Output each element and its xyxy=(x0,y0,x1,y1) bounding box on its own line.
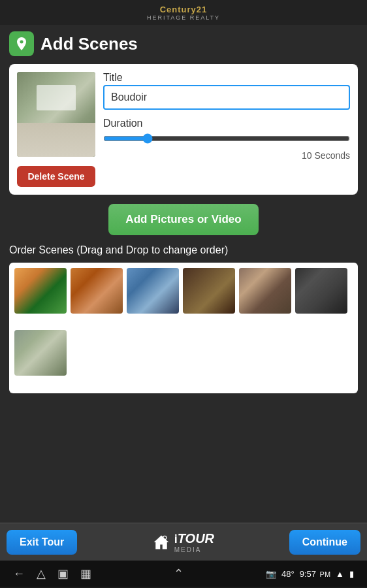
recents-icon[interactable]: ▣ xyxy=(57,566,69,581)
duration-value: 10 Seconds xyxy=(103,150,350,161)
scene-editor-card: Delete Scene Title Duration 10 Seconds xyxy=(9,64,358,195)
continue-button[interactable]: Continue xyxy=(289,530,360,555)
location-icon xyxy=(14,36,29,52)
scene-image xyxy=(17,72,95,157)
itour-logo: i TOUR MEDIA xyxy=(152,531,214,553)
scene-thumb-item[interactable] xyxy=(14,268,67,314)
system-nav-bar: ← △ ▣ ▦ ⌃ 📷 48° 9:57 PM ▲ ▮ xyxy=(0,561,367,587)
tour-text: TOUR xyxy=(178,531,214,546)
scene-thumb-item[interactable] xyxy=(183,268,235,314)
nav-left: ← △ ▣ ▦ xyxy=(13,566,91,581)
app-icon xyxy=(9,31,34,56)
app-logo: Century21 HERITAGE REALTY xyxy=(147,5,220,21)
itour-media-text: MEDIA xyxy=(174,546,214,553)
duration-slider-container xyxy=(103,133,350,146)
top-bar: Century21 HERITAGE REALTY xyxy=(0,0,367,25)
nav-up-icon[interactable]: ⌃ xyxy=(174,566,184,581)
exit-tour-button[interactable]: Exit Tour xyxy=(7,530,77,555)
scene-thumb-item[interactable] xyxy=(295,268,347,314)
scene-thumbnail xyxy=(17,72,95,157)
camera-status-icon: 📷 xyxy=(266,569,276,579)
battery-icon: ▮ xyxy=(349,569,354,579)
add-pictures-button[interactable]: Add Pictures or Video xyxy=(108,204,259,235)
scene-thumb-item[interactable] xyxy=(71,268,123,314)
title-label: Title xyxy=(103,72,350,84)
scene-thumb-item[interactable] xyxy=(127,268,179,314)
wifi-icon: ▲ xyxy=(336,569,344,579)
temperature-display: 48° xyxy=(281,569,295,579)
title-input[interactable] xyxy=(103,85,350,110)
page-header: Add Scenes xyxy=(9,31,358,56)
scene-thumb-item[interactable] xyxy=(239,268,291,314)
time-display: 9:57 PM xyxy=(300,569,330,579)
house-icon xyxy=(152,533,170,551)
scenes-grid xyxy=(9,263,358,393)
svg-point-1 xyxy=(20,41,24,44)
bottom-toolbar: Exit Tour i TOUR MEDIA Continue xyxy=(0,523,367,561)
page-title: Add Scenes xyxy=(40,34,138,54)
duration-label: Duration xyxy=(103,118,350,129)
main-content: Add Scenes Delete Scene Title Duration 1… xyxy=(0,25,367,523)
nav-right: 📷 48° 9:57 PM ▲ ▮ xyxy=(266,569,354,579)
back-icon[interactable]: ← xyxy=(13,567,25,581)
home-icon[interactable]: △ xyxy=(37,566,46,581)
order-scenes-label: Order Scenes (Drag and Drop to change or… xyxy=(9,244,358,256)
scene-fields: Title Duration 10 Seconds xyxy=(103,72,350,187)
delete-scene-button[interactable]: Delete Scene xyxy=(17,166,95,187)
scene-thumb-item[interactable] xyxy=(14,330,67,376)
nav-center: ⌃ xyxy=(174,566,184,581)
grid-icon[interactable]: ▦ xyxy=(80,566,91,581)
duration-slider[interactable] xyxy=(103,133,350,144)
